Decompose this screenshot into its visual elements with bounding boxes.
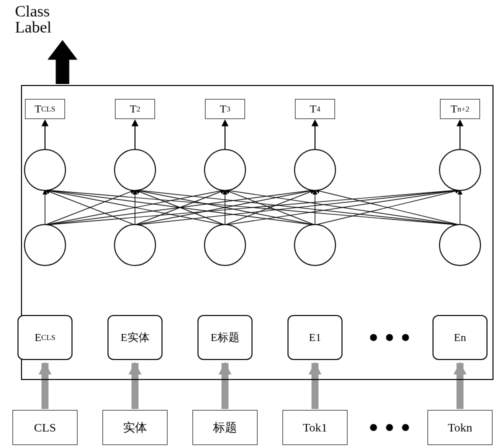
output-token-0: TCLS	[25, 99, 65, 119]
output-arrow	[48, 40, 78, 84]
embedding-3: E1	[288, 315, 342, 360]
input-token-1: 实体	[102, 410, 168, 445]
lower-node-4	[439, 224, 481, 266]
output-token-1: T2	[115, 99, 155, 119]
input-token-4: Tokn	[428, 410, 492, 445]
output-token-3: T4	[295, 99, 335, 119]
upper-node-3	[294, 149, 336, 191]
input-token-2: 标题	[192, 410, 258, 445]
embedding-0: ECLS	[18, 315, 72, 360]
lower-node-1	[114, 224, 156, 266]
embedding-4: En	[432, 315, 488, 360]
upper-node-4	[439, 149, 481, 191]
class-label-l2: Label	[15, 18, 52, 36]
lower-node-0	[24, 224, 66, 266]
ellipsis-inputs	[370, 424, 425, 432]
upper-node-2	[204, 149, 246, 191]
class-label-l1: Class	[15, 2, 50, 20]
lower-node-3	[294, 224, 336, 266]
embedding-2: E标题	[198, 315, 252, 360]
input-token-3: Tok1	[282, 410, 348, 445]
output-token-2: T3	[205, 99, 245, 119]
output-token-4: Tn+2	[440, 99, 480, 119]
embedding-1: E实体	[108, 315, 162, 360]
upper-node-0	[24, 149, 66, 191]
ellipsis-embeddings	[370, 334, 425, 342]
lower-node-2	[204, 224, 246, 266]
class-label-text: Class Label	[15, 3, 115, 38]
input-token-0: CLS	[12, 410, 78, 445]
upper-node-1	[114, 149, 156, 191]
